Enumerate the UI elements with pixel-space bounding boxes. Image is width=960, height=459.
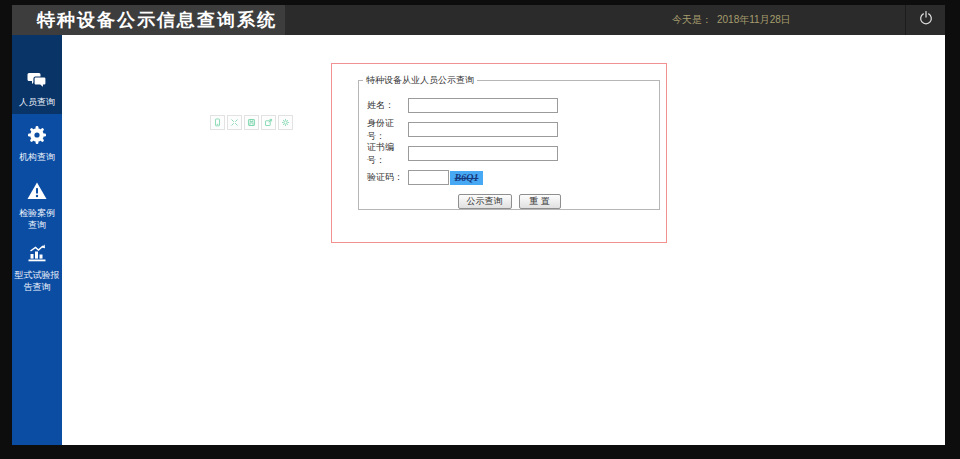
certificate-number-label: 证书编号：: [367, 141, 408, 167]
gear-icon: [14, 124, 60, 150]
sidebar-item-label-line2: 告查询: [14, 282, 60, 292]
main-area: 人员查询 机构查询: [12, 35, 945, 445]
query-panel: 特种设备从业人员公示查询 姓名： 身份证号： 证书编号： 验证码: [331, 63, 667, 243]
certificate-number-row: 证书编号：: [367, 146, 659, 161]
sidebar-nav: 人员查询 机构查询: [12, 35, 62, 445]
id-number-label: 身份证号：: [367, 117, 408, 143]
date-label: 今天是：: [672, 13, 712, 27]
sidebar-item-label: 人员查询: [14, 97, 60, 107]
expand-icon[interactable]: [227, 115, 242, 130]
date-value: 2018年11月28日: [717, 13, 791, 27]
mini-toolbar: [210, 115, 293, 130]
reset-button[interactable]: 重 置: [519, 194, 561, 209]
logout-button[interactable]: [905, 5, 945, 35]
sidebar-top-spacer: [12, 35, 62, 63]
sidebar-item-personnel-query[interactable]: 人员查询: [12, 63, 62, 114]
power-icon: [918, 10, 934, 30]
sidebar-item-label-line2: 查询: [14, 220, 60, 230]
warning-triangle-icon: [14, 180, 60, 206]
bar-chart-icon: [14, 242, 60, 268]
mobile-icon[interactable]: [210, 115, 225, 130]
app-window: 特种设备公示信息查询系统 今天是： 2018年11月28日: [12, 5, 945, 445]
settings-gear-icon[interactable]: [278, 115, 293, 130]
fieldset-legend: 特种设备从业人员公示查询: [363, 74, 477, 87]
chat-bubbles-icon: [14, 69, 60, 95]
current-date: 今天是： 2018年11月28日: [672, 5, 791, 35]
sidebar-item-type-test-report-query[interactable]: 型式试验报 告查询: [12, 236, 62, 298]
page-title: 特种设备公示信息查询系统: [37, 8, 277, 32]
sidebar-item-organization-query[interactable]: 机构查询: [12, 118, 62, 174]
sidebar-item-label: 检验案例: [14, 208, 60, 218]
content-area: 特种设备从业人员公示查询 姓名： 身份证号： 证书编号： 验证码: [62, 35, 945, 445]
name-row: 姓名：: [367, 98, 659, 113]
personnel-query-fieldset: 特种设备从业人员公示查询 姓名： 身份证号： 证书编号： 验证码: [358, 74, 660, 210]
captcha-label: 验证码：: [367, 171, 408, 184]
sidebar-item-label: 机构查询: [14, 152, 60, 162]
save-icon[interactable]: [244, 115, 259, 130]
sidebar-item-inspection-case-query[interactable]: 检验案例 查询: [12, 174, 62, 236]
name-label: 姓名：: [367, 99, 408, 112]
captcha-input[interactable]: [408, 170, 449, 185]
public-query-button[interactable]: 公示查询: [458, 194, 512, 209]
sidebar-item-label: 型式试验报: [14, 270, 60, 280]
id-number-input[interactable]: [408, 122, 558, 137]
captcha-image[interactable]: B6Q1: [450, 171, 483, 185]
button-row: 公示查询 重 置: [359, 194, 659, 209]
name-input[interactable]: [408, 98, 558, 113]
brand-area: 特种设备公示信息查询系统: [12, 5, 285, 35]
header-bar: 特种设备公示信息查询系统 今天是： 2018年11月28日: [12, 5, 945, 35]
id-number-row: 身份证号：: [367, 122, 659, 137]
captcha-row: 验证码： B6Q1: [367, 170, 659, 185]
external-link-icon[interactable]: [261, 115, 276, 130]
certificate-number-input[interactable]: [408, 146, 558, 161]
